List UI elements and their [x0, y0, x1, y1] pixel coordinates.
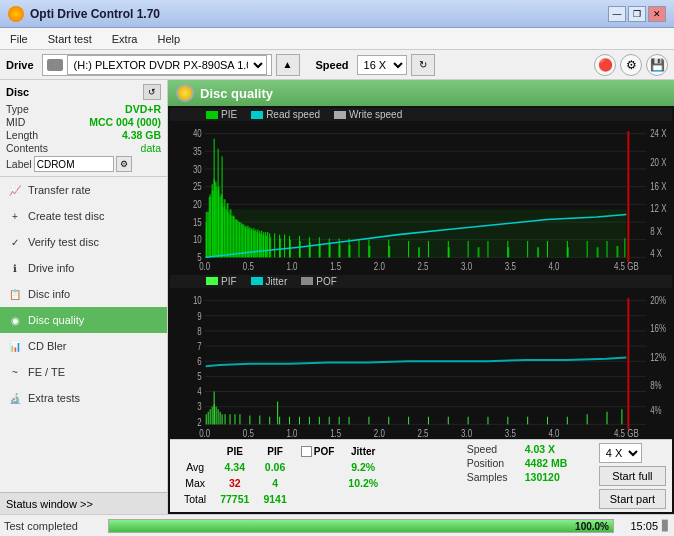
svg-rect-65: [206, 222, 207, 257]
svg-text:4.5 GB: 4.5 GB: [614, 428, 639, 439]
action-buttons: 4 X Start full Start part: [599, 443, 666, 509]
svg-text:10: 10: [193, 295, 202, 306]
sidebar-item-verify-test-disc[interactable]: ✓ Verify test disc: [0, 229, 167, 255]
transfer-rate-label: Transfer rate: [28, 184, 91, 196]
svg-rect-194: [547, 416, 548, 424]
save-icon[interactable]: 💾: [646, 54, 668, 76]
svg-rect-164: [212, 406, 213, 424]
verify-test-disc-label: Verify test disc: [28, 236, 99, 248]
svg-rect-96: [267, 232, 268, 257]
status-text: Test completed: [4, 520, 104, 532]
svg-text:4.5 GB: 4.5 GB: [614, 261, 639, 272]
legend-pif-label: PIF: [221, 276, 237, 287]
svg-rect-83: [241, 223, 242, 257]
legend-read-speed-label: Read speed: [266, 109, 320, 120]
restore-button[interactable]: ❐: [628, 6, 646, 22]
svg-text:4%: 4%: [650, 405, 661, 416]
svg-rect-191: [487, 416, 488, 424]
settings-icon[interactable]: ⚙: [620, 54, 642, 76]
close-button[interactable]: ✕: [648, 6, 666, 22]
label-edit-button[interactable]: ⚙: [116, 156, 132, 172]
burn-icon[interactable]: 🔴: [594, 54, 616, 76]
total-label: Total: [178, 492, 212, 506]
samples-stat-label: Samples: [467, 471, 517, 483]
svg-text:2.5: 2.5: [417, 261, 428, 272]
svg-text:2: 2: [197, 416, 201, 427]
svg-text:4: 4: [197, 386, 201, 397]
app-icon: [8, 6, 24, 22]
svg-rect-105: [329, 238, 330, 257]
speed-stat-row: Speed 4.03 X: [467, 443, 585, 455]
fe-te-label: FE / TE: [28, 366, 65, 378]
menu-help[interactable]: Help: [151, 31, 186, 47]
status-window-label: Status window >>: [6, 498, 93, 510]
svg-rect-197: [607, 411, 608, 424]
content-area: Disc quality PIE Read speed Write speed: [168, 80, 674, 514]
contents-value: data: [141, 142, 161, 154]
svg-rect-182: [329, 416, 330, 424]
svg-text:15: 15: [193, 217, 202, 228]
refresh-button[interactable]: ↻: [411, 54, 435, 76]
legend-read-speed: Read speed: [251, 109, 320, 120]
svg-rect-193: [527, 416, 528, 424]
drive-label: Drive: [6, 59, 34, 71]
menu-start-test[interactable]: Start test: [42, 31, 98, 47]
legend-pof-label: POF: [316, 276, 337, 287]
avg-pof: [295, 460, 341, 474]
legend-jitter: Jitter: [251, 276, 288, 287]
status-icon: ▊: [662, 520, 670, 531]
menu-extra[interactable]: Extra: [106, 31, 144, 47]
svg-rect-199: [214, 391, 215, 424]
svg-rect-120: [587, 241, 588, 257]
start-part-button[interactable]: Start part: [599, 489, 666, 509]
minimize-button[interactable]: —: [608, 6, 626, 22]
stats-row-avg: Avg 4.34 0.06 9.2%: [178, 460, 384, 474]
svg-rect-68: [212, 184, 213, 257]
sidebar-item-disc-info[interactable]: 📋 Disc info: [0, 281, 167, 307]
legend-jitter-color: [251, 277, 263, 285]
svg-rect-92: [259, 231, 260, 258]
svg-text:20: 20: [193, 199, 202, 210]
svg-rect-190: [468, 416, 469, 424]
sidebar-item-fe-te[interactable]: ~ FE / TE: [0, 359, 167, 385]
fe-te-icon: ~: [8, 365, 22, 379]
svg-text:3.0: 3.0: [461, 428, 472, 439]
pof-checkbox[interactable]: [301, 446, 312, 457]
status-window-button[interactable]: Status window >>: [0, 492, 167, 514]
svg-rect-181: [319, 416, 320, 424]
svg-rect-70: [216, 187, 217, 258]
sidebar-item-extra-tests[interactable]: 🔬 Extra tests: [0, 385, 167, 411]
speed-select[interactable]: 16 X: [357, 55, 407, 75]
pof-checkbox-container: POF: [301, 446, 335, 457]
svg-rect-80: [235, 219, 236, 257]
svg-rect-108: [358, 240, 359, 258]
svg-rect-172: [234, 414, 235, 424]
main-layout: Disc ↺ Type DVD+R MID MCC 004 (000) Leng…: [0, 80, 674, 514]
svg-rect-91: [257, 230, 258, 258]
sidebar-item-transfer-rate[interactable]: 📈 Transfer rate: [0, 177, 167, 203]
svg-text:2.0: 2.0: [374, 261, 385, 272]
sidebar-item-disc-quality[interactable]: ◉ Disc quality: [0, 307, 167, 333]
svg-rect-66: [208, 212, 209, 257]
progress-bar-container: 100.0%: [108, 519, 614, 533]
svg-text:4.0: 4.0: [548, 261, 559, 272]
svg-rect-99: [279, 235, 280, 258]
svg-rect-116: [507, 241, 508, 257]
eject-button[interactable]: ▲: [276, 54, 300, 76]
label-input-field[interactable]: [34, 156, 114, 172]
svg-rect-123: [214, 139, 215, 258]
svg-text:8 X: 8 X: [650, 226, 662, 237]
sidebar-item-drive-info[interactable]: ℹ Drive info: [0, 255, 167, 281]
stats-row-max: Max 32 4 10.2%: [178, 476, 384, 490]
sidebar-item-cd-bler[interactable]: 📊 CD Bler: [0, 333, 167, 359]
svg-rect-100: [284, 235, 285, 258]
svg-text:20%: 20%: [650, 295, 666, 306]
menu-file[interactable]: File: [4, 31, 34, 47]
svg-rect-176: [269, 416, 270, 424]
start-full-button[interactable]: Start full: [599, 466, 666, 486]
disc-mid-row: MID MCC 004 (000): [6, 116, 161, 128]
test-speed-dropdown[interactable]: 4 X: [599, 443, 642, 463]
drive-dropdown[interactable]: (H:) PLEXTOR DVDR PX-890SA 1.00: [67, 55, 267, 75]
sidebar-item-create-test-disc[interactable]: + Create test disc: [0, 203, 167, 229]
disc-refresh-button[interactable]: ↺: [143, 84, 161, 100]
